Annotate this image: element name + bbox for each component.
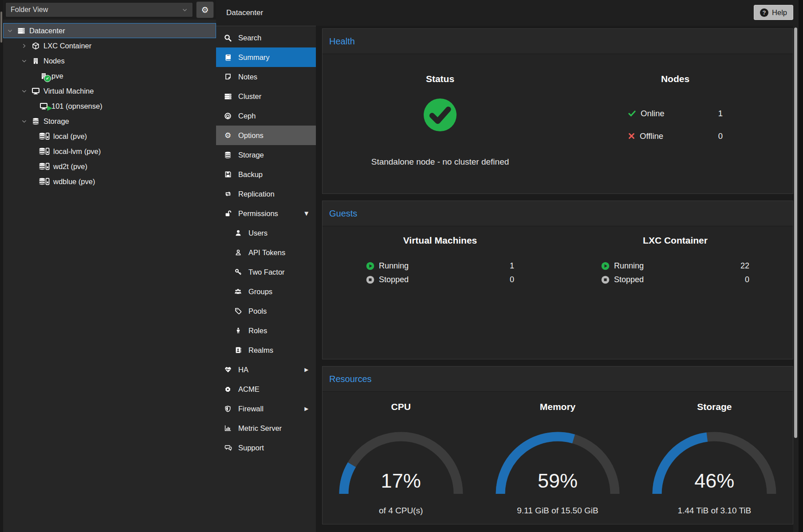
tree-toolbar: Folder View ⚙ bbox=[3, 0, 216, 20]
guest-stat-row-stopped: Stopped0 bbox=[601, 273, 749, 287]
tree-item-label: pve bbox=[51, 72, 63, 80]
menu-item-replication[interactable]: Replication bbox=[216, 184, 316, 204]
menu-item-roles[interactable]: Roles bbox=[216, 321, 316, 340]
menu-item-two-factor[interactable]: Two Factor bbox=[216, 262, 316, 282]
menu-item-ceph[interactable]: Ceph bbox=[216, 106, 316, 126]
tree-item-local-lvm-pve[interactable]: local-lvm (pve) bbox=[3, 144, 216, 159]
view-selector-value: Folder View bbox=[11, 6, 48, 14]
menu-item-label: Cluster bbox=[238, 92, 261, 101]
gauge-cpu: CPU17%of 4 CPU(s) bbox=[323, 392, 479, 524]
tree-item-label: Datacenter bbox=[29, 27, 65, 35]
menu-item-cluster[interactable]: Cluster bbox=[216, 87, 316, 106]
gauge-arc: 59% bbox=[491, 427, 624, 499]
tree-item-pve[interactable]: ✔pve bbox=[3, 68, 216, 83]
menu-item-firewall[interactable]: Firewall▶ bbox=[216, 399, 316, 418]
content-scrollbar-thumb[interactable] bbox=[794, 28, 797, 438]
gauge-storage: Storage46%1.44 TiB of 3.10 TiB bbox=[636, 392, 793, 524]
menu-item-support[interactable]: Support bbox=[216, 438, 316, 457]
page-title: Datacenter bbox=[226, 8, 263, 17]
tree-settings-button[interactable]: ⚙ bbox=[196, 1, 214, 18]
menu-item-acme[interactable]: ACME bbox=[216, 379, 316, 399]
menu-item-search[interactable]: Search bbox=[216, 28, 316, 47]
stat-label: Online bbox=[641, 109, 664, 118]
window-left-scrollbar-thumb[interactable] bbox=[0, 12, 2, 43]
gauge-percent: 17% bbox=[335, 469, 468, 493]
guests-column-virtual-machines: Virtual MachinesRunning1Stopped0 bbox=[323, 226, 558, 359]
chart-bars-icon bbox=[223, 424, 232, 432]
tag-icon bbox=[233, 307, 243, 315]
chevron-down-icon[interactable] bbox=[21, 58, 28, 64]
check-badge-icon: ✔ bbox=[44, 75, 51, 82]
tree-item-lxc-container[interactable]: LXC Container bbox=[3, 38, 216, 53]
comments-icon bbox=[223, 444, 232, 452]
tree-item-virtual-machine[interactable]: Virtual Machine bbox=[3, 83, 216, 99]
tree-item-nodes[interactable]: Nodes bbox=[3, 53, 216, 68]
health-panel-title: Health bbox=[323, 29, 793, 54]
user-icon bbox=[233, 229, 243, 237]
menu-item-label: Roles bbox=[248, 327, 267, 335]
content-scrollbar[interactable] bbox=[793, 26, 799, 532]
tree-item-local-pve[interactable]: local (pve) bbox=[3, 129, 216, 144]
menu-item-users[interactable]: Users bbox=[216, 223, 316, 243]
menu-item-summary[interactable]: Summary bbox=[216, 47, 316, 67]
menu-item-metric-server[interactable]: Metric Server bbox=[216, 418, 316, 438]
gauge-caption: of 4 CPU(s) bbox=[379, 506, 423, 516]
person-icon bbox=[233, 327, 243, 335]
help-button-label: Help bbox=[772, 8, 787, 17]
menu-item-api-tokens[interactable]: API Tokens bbox=[216, 243, 316, 262]
tree-item-wdblue-pve[interactable]: wdblue (pve) bbox=[3, 174, 216, 189]
help-button[interactable]: ? Help bbox=[754, 5, 793, 20]
tree-item-label: wd2t (pve) bbox=[53, 162, 87, 171]
chevron-down-icon[interactable] bbox=[21, 118, 28, 124]
menu-item-backup[interactable]: Backup bbox=[216, 165, 316, 184]
gauge-arc: 17% bbox=[335, 427, 468, 499]
tree-item-label: wdblue (pve) bbox=[53, 177, 95, 186]
search-icon bbox=[223, 34, 232, 42]
menu-item-permissions[interactable]: Permissions▼ bbox=[216, 204, 316, 223]
caret-right-icon: ▶ bbox=[304, 406, 308, 412]
check-circle-icon bbox=[423, 98, 457, 132]
guest-stat-row-running: Running22 bbox=[601, 259, 749, 273]
gauge-caption: 1.44 TiB of 3.10 TiB bbox=[677, 506, 751, 516]
resource-tree: DatacenterLXC ContainerNodes✔pveVirtual … bbox=[3, 20, 216, 189]
guests-column-lxc-container: LXC ContainerRunning22Stopped0 bbox=[558, 226, 793, 359]
cross-icon bbox=[628, 132, 635, 140]
play-badge-icon: ▶ bbox=[47, 104, 52, 112]
check-icon bbox=[628, 109, 636, 118]
tree-item-label: local-lvm (pve) bbox=[53, 147, 101, 156]
menu-item-pools[interactable]: Pools bbox=[216, 301, 316, 321]
menu-item-label: Two Factor bbox=[248, 268, 285, 276]
database-disk-icon bbox=[39, 162, 50, 171]
window-left-scrollbar[interactable] bbox=[0, 0, 3, 532]
chevron-right-icon[interactable] bbox=[21, 43, 28, 49]
view-selector[interactable]: Folder View bbox=[5, 2, 193, 17]
menu-item-label: Realms bbox=[248, 346, 273, 355]
guests-panel: Guests Virtual MachinesRunning1Stopped0L… bbox=[322, 201, 793, 359]
chevron-down-icon[interactable] bbox=[21, 88, 28, 94]
menu-item-ha[interactable]: HA▶ bbox=[216, 360, 316, 379]
address-book-icon bbox=[233, 346, 243, 354]
tree-item-101-opnsense[interactable]: ▶101 (opnsense) bbox=[3, 99, 216, 114]
tree-item-wd2t-pve[interactable]: wd2t (pve) bbox=[3, 159, 216, 174]
node-status-row-offline: Offline0 bbox=[628, 125, 723, 147]
stat-value: 22 bbox=[740, 261, 749, 271]
menu-item-realms[interactable]: Realms bbox=[216, 340, 316, 360]
tree-item-label: local (pve) bbox=[53, 132, 87, 141]
menu-item-label: Options bbox=[238, 131, 264, 140]
key-icon bbox=[233, 268, 243, 276]
menu-item-notes[interactable]: Notes bbox=[216, 67, 316, 87]
chevron-down-icon[interactable] bbox=[7, 28, 13, 34]
menu-item-storage[interactable]: Storage bbox=[216, 145, 316, 165]
resources-panel: Resources CPU17%of 4 CPU(s)Memory59%9.11… bbox=[322, 366, 793, 524]
caret-down-icon: ▼ bbox=[304, 210, 308, 217]
tree-item-storage[interactable]: Storage bbox=[3, 114, 216, 129]
nodes-stats: Online1Offline0 bbox=[628, 102, 723, 147]
menu-item-groups[interactable]: Groups bbox=[216, 282, 316, 301]
acme-icon bbox=[223, 385, 232, 393]
menu-item-options[interactable]: ⚙Options bbox=[216, 126, 316, 145]
note-icon bbox=[223, 73, 232, 81]
tree-item-datacenter[interactable]: Datacenter bbox=[3, 23, 216, 38]
stat-value: 0 bbox=[745, 275, 749, 284]
menu-item-label: Pools bbox=[248, 307, 267, 315]
guest-stats: Running1Stopped0 bbox=[366, 259, 514, 287]
